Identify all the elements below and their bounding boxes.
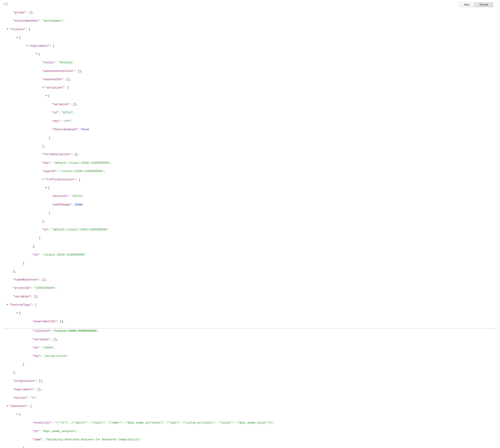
json-line: { [3, 36, 497, 40]
json-line: } [3, 236, 497, 240]
json-line: } [3, 261, 497, 265]
chevron-down-icon[interactable] [6, 304, 8, 305]
raw-button[interactable]: Raw [459, 2, 474, 7]
chevron-down-icon[interactable] [16, 37, 18, 38]
json-line: "entityId": "63714", [3, 194, 497, 198]
json-line: "version": "4", [3, 396, 497, 400]
chevron-down-icon[interactable] [16, 414, 18, 415]
json-line: "featureEnabled": false [3, 128, 497, 132]
json-line: { [3, 2, 497, 6]
json-line: "layerId": "rollout-22840-21985560346", [3, 169, 497, 174]
json-line: { [3, 311, 497, 316]
json-line: "variables": [], [3, 295, 497, 299]
json-line: "variations": [ [3, 86, 497, 90]
json-line: ], [3, 219, 497, 224]
parsed-button[interactable]: Parsed [474, 2, 493, 7]
json-line: "id": "22840", [3, 346, 497, 350]
json-line: "audienceIds": [], [3, 78, 497, 82]
json-line: { [3, 52, 497, 57]
json-line: { [3, 413, 497, 417]
json-line: "id": "$opt_dummy_audience", [3, 429, 497, 434]
json-line: "typedAudiences": [], [3, 278, 497, 282]
json-line: "experiments": [ [3, 44, 497, 48]
json-line: "endOfRange": 10000 [3, 203, 497, 207]
json-line: ], [3, 244, 497, 249]
chevron-down-icon[interactable] [45, 95, 47, 96]
chevron-down-icon[interactable] [42, 179, 44, 180]
json-line: "projectId": "21997420439", [3, 286, 497, 290]
json-line: ], [3, 371, 497, 375]
json-line: "experiments": [], [3, 388, 497, 392]
json-line: "name": "Optimizely-Generated Audience f… [3, 438, 497, 442]
json-line: "variables": [], [3, 337, 497, 342]
chevron-down-icon[interactable] [45, 187, 47, 188]
json-line: "audiences": [ [3, 404, 497, 408]
json-line: "key": "yellow_button" [3, 354, 497, 358]
json-viewer: { "groups": [], "environmentKey": "devel… [3, 2, 497, 448]
json-line: "rollouts": [ [3, 27, 497, 32]
json-line: "id": "63714", [3, 111, 497, 115]
json-line: "groups": [], [3, 11, 497, 15]
json-line: "key": "default-rollout-22840-2198556034… [3, 161, 497, 165]
chevron-down-icon[interactable] [6, 29, 8, 30]
json-line: "environmentKey": "development", [3, 19, 497, 23]
json-line: ], [3, 270, 497, 274]
json-line: "experimentIds": [], [3, 320, 497, 324]
json-line: { [3, 94, 497, 98]
json-line: ], [3, 144, 497, 148]
chevron-down-icon[interactable] [16, 312, 18, 314]
json-line: { [3, 186, 497, 190]
chevron-down-icon[interactable] [26, 45, 28, 47]
view-toggle-toolbar: Raw Parsed [459, 2, 493, 7]
json-line: "trafficAllocation": [ [3, 178, 497, 182]
json-line: "forcedVariations": {}, [3, 152, 497, 157]
json-line: "variables": [], [3, 102, 497, 107]
json-line: "id": "default-rollout-22840-21985560346… [3, 228, 497, 232]
chevron-down-icon[interactable] [36, 53, 37, 55]
crop-divider [3, 328, 497, 329]
json-line: "id": "rollout-22840-21985560346" [3, 253, 497, 257]
json-line: "audienceConditions": [], [3, 69, 497, 73]
json-line: "key": "off", [3, 119, 497, 124]
json-line: "status": "Running", [3, 61, 497, 65]
json-line: } [3, 136, 497, 140]
json-line: "rolloutId": "rollout-22840-21985560346"… [3, 329, 497, 333]
json-line: } [3, 446, 497, 448]
chevron-down-icon[interactable] [42, 87, 44, 88]
json-line: "conditions": "[\"or\", {\"match\": \"ex… [3, 421, 497, 425]
chevron-down-icon[interactable] [3, 3, 5, 5]
chevron-down-icon[interactable] [6, 405, 8, 407]
json-line: "featureFlags": [ [3, 303, 497, 307]
json-line: "integrations": [], [3, 379, 497, 383]
json-line: } [3, 362, 497, 367]
json-line: } [3, 211, 497, 215]
